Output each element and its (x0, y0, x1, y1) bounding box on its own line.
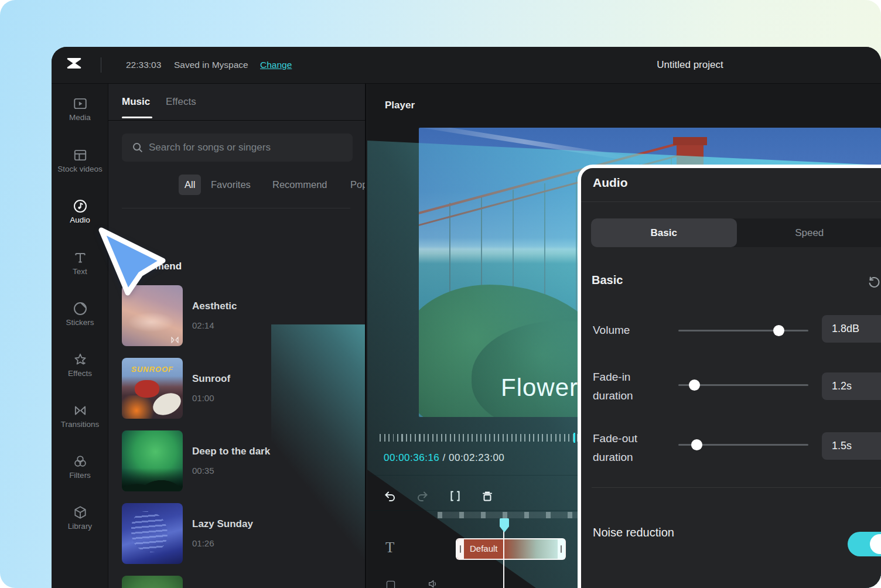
music-panel: Music Effects All Favorites Recommend Po… (108, 84, 366, 588)
clip-label: Default (470, 543, 498, 553)
change-save-location-link[interactable]: Change (260, 60, 292, 70)
timeline-clip-default[interactable]: Default (456, 538, 566, 560)
autosave-status: Saved in Myspace (174, 60, 248, 70)
song-duration: 00:35 (192, 466, 214, 476)
effects-icon (73, 352, 88, 367)
undo-button[interactable] (384, 490, 397, 502)
section-heading: Recommend (122, 261, 182, 272)
song-title: Deep to the dark (192, 446, 270, 457)
song-title: Lazy Sunday (192, 518, 253, 530)
stickers-icon (73, 301, 88, 316)
fade-in-slider[interactable] (678, 384, 808, 386)
song-row-aesthetic[interactable]: Aesthetic 02:14 (122, 285, 356, 346)
sidebar-item-effects[interactable]: Effects (52, 352, 108, 388)
song-thumbnail (122, 503, 183, 564)
divider (592, 487, 881, 488)
stock-videos-icon (73, 148, 88, 163)
sidebar-item-stickers[interactable]: Stickers (52, 301, 108, 337)
volume-slider[interactable] (678, 330, 808, 331)
active-tab-underline (122, 117, 152, 118)
clip-right-trim-handle[interactable] (558, 539, 565, 559)
reset-icon[interactable] (868, 275, 881, 289)
tab-music[interactable]: Music (122, 96, 150, 108)
sidebar-item-media[interactable]: Media (52, 96, 108, 132)
fade-out-slider[interactable] (678, 444, 808, 446)
sidebar-item-text[interactable]: Text (52, 250, 108, 286)
search-input[interactable] (149, 134, 347, 162)
library-icon (73, 505, 88, 520)
split-button[interactable] (449, 490, 462, 502)
filter-chip-favorites[interactable]: Favorites (211, 175, 251, 195)
song-title: Aesthetic (192, 300, 237, 312)
text-track-icon: T (385, 539, 394, 556)
fade-in-value[interactable]: 1.2s (822, 372, 881, 400)
media-icon (73, 96, 88, 111)
sky-contrail (419, 128, 646, 163)
filters-icon (73, 454, 88, 469)
song-row-deep-to-the-dark[interactable]: Deep to the dark 00:35 (122, 430, 356, 491)
search-icon (132, 142, 143, 153)
topbar-divider (101, 57, 101, 73)
sidebar-item-filters[interactable]: Filters (52, 454, 108, 490)
volume-slider-thumb[interactable] (773, 325, 784, 336)
basic-section-title: Basic (592, 274, 623, 287)
fade-out-label: Fade-out duration (593, 429, 651, 467)
song-thumbnail (122, 430, 183, 491)
filter-chip-pop[interactable]: Pop (350, 175, 366, 195)
timecode: 00:00:36:16 / 00:02:23:00 (384, 452, 504, 464)
filters-divider (122, 208, 350, 208)
delete-button[interactable] (481, 490, 494, 502)
filter-chip-recommend[interactable]: Recommend (272, 175, 327, 195)
page-background: 22:33:03 Saved in Myspace Change Untitle… (0, 0, 881, 588)
song-duration: 02:14 (192, 320, 214, 330)
filter-chip-all[interactable]: All (179, 175, 201, 195)
song-row-lazy-sunday[interactable]: Lazy Sunday 01:26 (122, 503, 356, 564)
fade-out-slider-thumb[interactable] (691, 439, 702, 450)
song-row-commas[interactable]: COMMA$ COMMA$ (Not Today) 00:30 (122, 576, 356, 588)
song-title: Sunroof (192, 373, 230, 385)
search-box[interactable] (122, 134, 353, 162)
playhead-marker[interactable] (499, 518, 510, 533)
tab-effects[interactable]: Effects (166, 96, 196, 108)
app-window: 22:33:03 Saved in Myspace Change Untitle… (52, 47, 881, 588)
volume-value[interactable]: 1.8dB (822, 315, 881, 343)
song-duration: 01:00 (192, 393, 214, 403)
toggle-knob (870, 534, 881, 554)
song-duration: 01:26 (192, 538, 214, 548)
song-thumbnail: COMMA$ (122, 576, 183, 588)
audio-settings-panel: Audio Basic Speed Basic Volume 1.8dB Fad… (578, 165, 881, 588)
tab-speed[interactable]: Speed (737, 218, 881, 247)
clip-left-trim-handle[interactable] (457, 539, 464, 559)
autosave-time: 22:33:03 (126, 60, 161, 70)
sidebar-item-audio[interactable]: Audio (52, 199, 108, 235)
sidebar-item-transitions[interactable]: Transitions (52, 403, 108, 439)
panel-divider (108, 120, 365, 121)
audio-icon (73, 199, 88, 214)
sidebar-item-library[interactable]: Library (52, 505, 108, 541)
audio-scrub-ticks[interactable] (380, 434, 589, 442)
sidebar-item-stock-videos[interactable]: Stock videos (52, 148, 108, 184)
playhead-line[interactable] (503, 525, 504, 588)
scrub-position-marker (573, 433, 575, 443)
sidebar: Media Stock videos Audio Text Stickers E… (52, 84, 108, 588)
transition-icon (171, 337, 179, 343)
fade-in-slider-thumb[interactable] (689, 380, 700, 391)
song-row-sunroof[interactable]: SUNROOF Sunroof 01:00 (122, 358, 356, 419)
volume-label: Volume (593, 324, 630, 337)
tab-basic[interactable]: Basic (591, 218, 737, 247)
fade-out-value[interactable]: 1.5s (822, 432, 881, 460)
timecode-total: 00:02:23:00 (449, 452, 504, 463)
capcut-logo-icon (64, 56, 85, 74)
noise-reduction-label: Noise reduction (593, 516, 675, 549)
transitions-icon (73, 403, 88, 418)
song-thumbnail (122, 285, 183, 346)
project-title: Untitled project (657, 59, 723, 71)
video-track-icon (384, 580, 397, 588)
text-icon (73, 250, 88, 265)
song-thumbnail: SUNROOF (122, 358, 183, 419)
topbar: 22:33:03 Saved in Myspace Change Untitle… (52, 47, 881, 84)
noise-reduction-toggle[interactable] (848, 532, 881, 556)
player-label: Player (385, 100, 415, 111)
timecode-current: 00:00:36:16 (384, 452, 439, 463)
redo-button[interactable] (416, 490, 429, 502)
